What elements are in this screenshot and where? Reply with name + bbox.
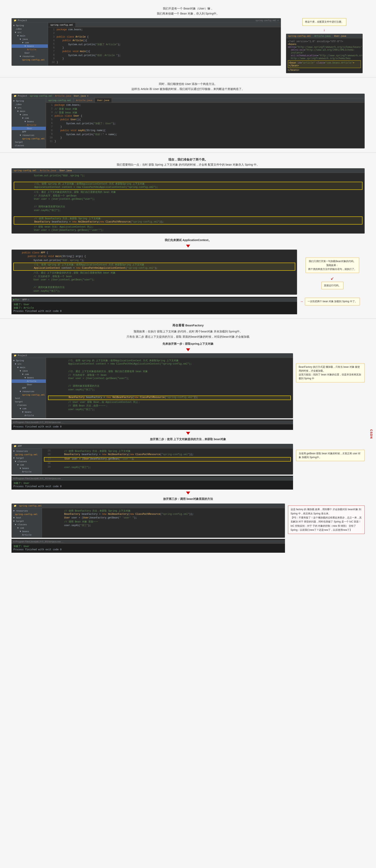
tree-java[interactable]: ▼ java <box>12 37 48 41</box>
tree-article-2[interactable]: Article <box>12 123 46 127</box>
tree-test-bf[interactable]: test <box>12 397 46 400</box>
tree-spring[interactable]: ▼ Spring <box>12 24 48 27</box>
ide-title-bar-2: 📁 Project spring-config.xml Article.java… <box>12 94 365 98</box>
tree-classes-2[interactable]: classes <box>12 144 46 147</box>
tab-spring-config-1[interactable]: spring-config.xml <box>48 23 76 27</box>
tree-idea-2[interactable]: .idea <box>12 103 46 106</box>
tree-user-2[interactable]: User <box>12 127 46 130</box>
tree-app-2[interactable]: APP <box>12 130 46 133</box>
tab-article-2[interactable]: Article.java <box>74 98 95 102</box>
code-line: System.out.println("你好，spring "); <box>14 174 363 178</box>
ide-title-bar-bf2: 📁 APP <box>12 444 293 448</box>
tree-src-2[interactable]: ▼ src <box>12 106 46 110</box>
arrow-down-1: ↓ <box>323 28 325 32</box>
section5-header2: 先来放开第一步：获取spring上下文对象 <box>11 341 365 346</box>
ide-editor-bf3: // 使用 BeanFactory 方法，来获取 Spring 上下文对象 Be… <box>42 508 285 537</box>
tree-classes-bf3[interactable]: ▼ classes <box>12 523 42 526</box>
tree-resources-bf2[interactable]: ▼ resources <box>12 450 42 453</box>
tree-beans[interactable]: ▼ beans <box>12 44 48 48</box>
tree-classes-bf[interactable]: classes <box>12 403 46 407</box>
tree-target-2[interactable]: target <box>12 141 46 144</box>
tree-article-bf3[interactable]: Article <box>12 533 42 536</box>
tree-src[interactable]: ▼ src <box>12 31 48 34</box>
section-4: 我们先来测试 ApplicationContext。 public class … <box>11 238 365 314</box>
run-output-1: 加载了: User 加载了: Article Process finished … <box>11 302 297 313</box>
tree-resources[interactable]: ▼ resources <box>12 55 48 58</box>
ide-main-bf2: 25 // 使用 BeanFactory 方法，来获取 Spring 上下文对象… <box>42 448 293 474</box>
tree-app-bf[interactable]: APP <box>12 386 46 390</box>
tree-target-bf3[interactable]: ▼ target <box>12 520 42 523</box>
code-line: 3 // 普通 bean 对象 <box>46 111 365 115</box>
run-panel-bf2: H:\Program Files\Java\jdk1.8.0_301\bin\j… <box>11 476 293 490</box>
tree-beans-bf3[interactable]: ▼ beans <box>12 530 42 533</box>
ide-editor-area-1: spring-config.xml 1 package com.beans; 2 <box>48 23 281 66</box>
tree-resources-bf3[interactable]: ▼ resources <box>12 509 42 513</box>
ide-tabs-2: spring-config.xml Article.java User.java <box>46 98 365 103</box>
page-container: 我们不是有一个 Bean对象（User）嘛， 我们再来创建一个 Bean 对象，… <box>0 0 376 559</box>
code-line <box>14 212 363 216</box>
tree-com-bf3[interactable]: ▼ com <box>12 526 42 530</box>
tree-com-bf2s[interactable]: ▼ com <box>12 463 42 467</box>
tree-article-bf2s[interactable]: Article <box>12 470 42 473</box>
tree-spring-config[interactable]: spring-config.xml <box>12 58 48 62</box>
section-3: 现在，我们准备好了两个类。 我们需要明白一点：当时 获取 Spring 上下文对… <box>11 157 365 234</box>
tab-spring-2[interactable]: spring-config.xml <box>46 98 74 102</box>
tree-sc-bf3[interactable]: spring-config.xml <box>12 513 42 516</box>
tree-target-bf[interactable]: target <box>12 400 46 403</box>
tree-java-2[interactable]: ▼ java <box>12 113 46 116</box>
code-line: 2 // 普通 bean 对象 <box>46 107 365 111</box>
code-line: User user = (User)beanFactory.getBean(" … <box>44 517 283 520</box>
code-line: //1. 使用 spring 的 上下文对象：使用ApplicationCont… <box>48 359 291 363</box>
tree-classes-bf2s[interactable]: ▼ classes <box>12 460 42 463</box>
code-line: 8 System.out.println("你好，Article "); <box>48 54 281 57</box>
ide-app-context: public class APP { public static void ma… <box>11 250 297 295</box>
code-line: 4 public class User { <box>46 115 365 118</box>
tree-spring-bf[interactable]: ▼ Spring <box>12 359 46 362</box>
code-line: 25 // 使用 BeanFactory 方法，来获取 Spring 上下文对象 <box>44 450 291 453</box>
tree-beans-2[interactable]: ▼ beans <box>12 120 46 123</box>
tree-com[interactable]: ▼ com <box>12 41 48 44</box>
tab-user-2[interactable]: User.java <box>95 98 112 102</box>
section-5: 再在看看 BeanFactory 预期效果：在执行 获取上下文对象 的代码，此时… <box>11 322 365 553</box>
tree-spring-config-bf[interactable]: spring-config.xml <box>12 393 46 397</box>
tree-com-bf[interactable]: ▼ com <box>12 373 46 376</box>
tree-target-bf2s[interactable]: ▼ target <box>12 456 42 460</box>
tree-spring-config-2[interactable]: spring-config.xml <box>12 137 46 141</box>
tree-resources-2[interactable]: ▼ resources <box>12 133 46 137</box>
tree-com-2[interactable]: ▼ com <box>12 116 46 120</box>
tree-user[interactable]: User <box>12 51 48 55</box>
tree-com-bf2[interactable]: ▼ com <box>12 407 46 410</box>
tree-article[interactable]: Article <box>12 48 48 51</box>
tree-main[interactable]: ▼ main <box>12 34 48 37</box>
code-line: user.sayHi("张三"); <box>13 289 295 293</box>
tree-test-bf3[interactable]: ▼ test <box>12 516 42 520</box>
note-factory-lazy: 这是 factory 的 懒加载 效果，用到哪个 才会加载对应 bean对象 到… <box>288 505 365 534</box>
tree-beans-bf2[interactable]: ▼ beans <box>12 410 46 414</box>
tree-src-bf[interactable]: ▼ src <box>12 362 46 366</box>
tree-main-bf[interactable]: ▼ main <box>12 366 46 369</box>
code-line: // 方法的名字，获取某一个 bean <box>13 275 295 278</box>
tree-java-bf[interactable]: ▼ java <box>12 369 46 373</box>
tree-beans-bf[interactable]: ▼ beans <box>12 376 46 379</box>
run-output-bf2: 加载了: User Process finished with exit cod… <box>11 480 293 489</box>
tree-spring-2[interactable]: ▼ Spring <box>12 99 46 103</box>
run-label[interactable]: ▶ Run <box>13 298 19 301</box>
tree-resources-bf[interactable]: ▼ resources <box>12 390 46 393</box>
tree-beans-bf2s[interactable]: ▼ beans <box>12 467 42 470</box>
ide-bean-factory-1: 📁 Project ▼ Spring ▼ src ▼ main ▼ java ▼… <box>11 353 293 418</box>
code-line: BeanFactory beanFactory = new XmlBeanFac… <box>44 513 283 517</box>
tree-user-bf[interactable]: User <box>12 383 46 386</box>
tree-article-bf2[interactable]: Article <box>12 414 46 417</box>
ide-title-bar-3: spring-config.xml Article.java User.java <box>12 168 365 173</box>
tree-idea[interactable]: .idea <box>12 27 48 31</box>
code-line: // 调用对象里面重置的方法 <box>48 384 291 388</box>
code-line: 5 System.out.println("加载了 Article"); <box>48 43 281 46</box>
code-line: 2 <box>48 32 281 35</box>
run-bar-bf3: H:\Program Files\Java\jdk1.8.0_301\bin\j… <box>11 540 285 544</box>
code-line: // 获取 bean 方法: ApplicationContext 同上; <box>14 225 363 229</box>
getbean-highlight: 27 User user = (User)beanFactory.getBean… <box>44 457 291 462</box>
tree-sc-bf2[interactable]: spring-config.xml <box>12 453 42 456</box>
tree-article-bf[interactable]: Article <box>12 379 46 383</box>
tree-main-2[interactable]: ▼ main <box>12 110 46 113</box>
ide-body-bf2: ▼ resources spring-config.xml ▼ target ▼… <box>12 448 293 474</box>
